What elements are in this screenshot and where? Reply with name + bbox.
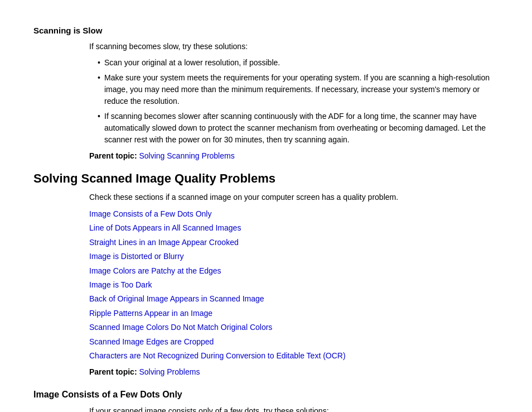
link-back-of-original[interactable]: Back of Original Image Appears in Scanne… (89, 293, 499, 305)
page-content: Scanning is Slow If scanning becomes slo… (33, 26, 499, 412)
link-scanned-edges[interactable]: Scanned Image Edges are Cropped (89, 336, 499, 348)
image-consists-section: Image Consists of a Few Dots Only If you… (33, 390, 499, 412)
scanning-slow-parent-topic: Parent topic: Solving Scanning Problems (89, 151, 499, 160)
parent-topic-label: Parent topic: (89, 151, 137, 160)
solving-scanned-heading: Solving Scanned Image Quality Problems (33, 171, 499, 186)
image-consists-heading: Image Consists of a Few Dots Only (33, 390, 499, 400)
solving-scanned-parent-link[interactable]: Solving Problems (139, 367, 200, 376)
link-image-too-dark[interactable]: Image is Too Dark (89, 279, 499, 291)
link-line-of-dots[interactable]: Line of Dots Appears in All Scanned Imag… (89, 222, 499, 234)
link-image-colors-patchy[interactable]: Image Colors are Patchy at the Edges (89, 265, 499, 277)
link-scanned-colors[interactable]: Scanned Image Colors Do Not Match Origin… (89, 321, 499, 333)
link-ripple-patterns[interactable]: Ripple Patterns Appear in an Image (89, 307, 499, 319)
scanning-slow-bullets: Scan your original at a lower resolution… (98, 57, 499, 146)
link-characters-not-recognized[interactable]: Characters are Not Recognized During Con… (89, 349, 499, 362)
parent-topic-label-2: Parent topic: (89, 367, 137, 376)
solving-scanned-section: Solving Scanned Image Quality Problems C… (33, 171, 499, 376)
scanning-slow-intro: If scanning becomes slow, try these solu… (89, 41, 499, 52)
bullet-item: Make sure your system meets the requirem… (98, 72, 499, 107)
link-straight-lines[interactable]: Straight Lines in an Image Appear Crooke… (89, 236, 499, 248)
bullet-item: Scan your original at a lower resolution… (98, 57, 499, 69)
scanning-slow-heading: Scanning is Slow (33, 26, 499, 35)
solving-scanned-links: Image Consists of a Few Dots Only Line o… (89, 208, 499, 362)
solving-scanned-parent-topic: Parent topic: Solving Problems (89, 367, 499, 376)
link-image-consists[interactable]: Image Consists of a Few Dots Only (89, 208, 499, 220)
scanning-slow-section: Scanning is Slow If scanning becomes slo… (33, 26, 499, 160)
solving-scanned-intro: Check these sections if a scanned image … (89, 191, 499, 203)
link-image-distorted[interactable]: Image is Distorted or Blurry (89, 250, 499, 262)
bullet-item: If scanning becomes slower after scannin… (98, 111, 499, 146)
scanning-slow-parent-link[interactable]: Solving Scanning Problems (139, 151, 234, 160)
image-consists-intro: If your scanned image consists only of a… (89, 405, 499, 412)
